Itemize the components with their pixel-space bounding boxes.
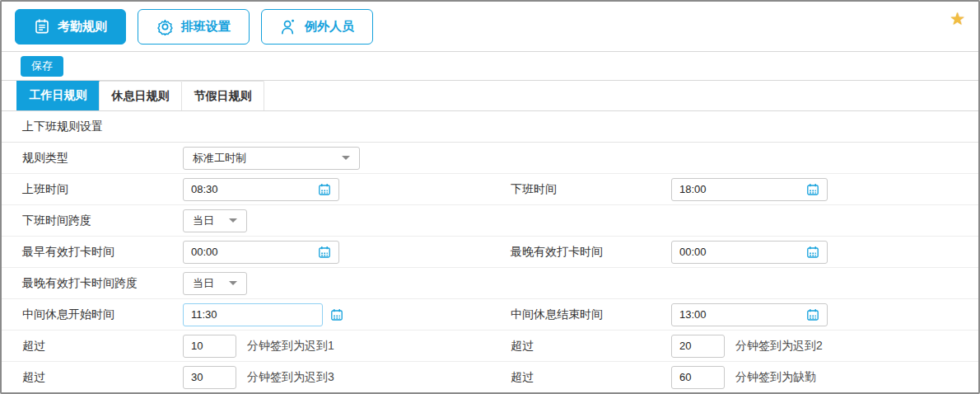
nav-button-label: 考勤规则 (58, 19, 107, 35)
break-start-label: 中间休息开始时间 (22, 307, 183, 322)
calendar-icon[interactable] (330, 308, 343, 321)
form-row-work-time: 上班时间 下班时间 (2, 174, 978, 205)
calendar-icon[interactable] (806, 308, 819, 321)
late2-minutes-input[interactable] (671, 335, 725, 358)
work-end-span-select[interactable]: 当日 (183, 209, 247, 232)
break-start-box (183, 303, 323, 326)
tab-workday-rules[interactable]: 工作日规则 (16, 81, 100, 110)
late1-prefix: 超过 (22, 339, 183, 354)
notepad-icon (34, 18, 50, 35)
tab-restday-rules[interactable]: 休息日规则 (99, 81, 182, 110)
late2-suffix: 分钟签到为迟到2 (735, 339, 823, 354)
work-end-field (671, 178, 828, 201)
work-end-span-label: 下班时间跨度 (22, 213, 183, 228)
rule-tabs: 工作日规则 休息日规则 节假日规则 (2, 81, 978, 111)
break-end-field (671, 303, 828, 326)
latest-checkin-input[interactable] (679, 246, 801, 258)
form-row-work-end-span: 下班时间跨度 当日 (2, 205, 978, 237)
break-end-label: 中间休息结束时间 (511, 307, 671, 322)
work-end-label: 下班时间 (511, 182, 671, 197)
calendar-icon[interactable] (318, 246, 331, 259)
star-icon[interactable]: ★ (950, 10, 965, 27)
work-end-input[interactable] (679, 183, 801, 195)
rule-type-select[interactable]: 标准工时制 (183, 147, 360, 170)
attendance-settings-window: 考勤规则 排班设置 例外人员 ★ 保存 (0, 0, 980, 394)
save-button[interactable]: 保存 (21, 56, 63, 77)
nav-button-label: 例外人员 (305, 19, 354, 35)
earliest-checkin-label: 最早有效打卡时间 (22, 245, 183, 260)
work-start-input[interactable] (191, 183, 313, 195)
work-end-span-value: 当日 (193, 213, 214, 228)
person-icon (280, 18, 297, 35)
dropdown-arrow-icon (229, 281, 237, 285)
nav-button-attendance-rules[interactable]: 考勤规则 (15, 9, 126, 45)
latest-checkin-label: 最晚有效打卡时间 (511, 245, 671, 260)
work-start-field (183, 178, 339, 201)
late3-minutes-input[interactable] (183, 366, 236, 389)
form-row-late3-absent: 超过 分钟签到为迟到3 超过 分钟签到为缺勤 (2, 362, 978, 393)
latest-checkin-span-label: 最晚有效打卡时间跨度 (22, 276, 183, 291)
late1-suffix: 分钟签到为迟到1 (247, 339, 334, 354)
calendar-icon[interactable] (806, 183, 819, 196)
rule-type-label: 规则类型 (22, 151, 183, 166)
dropdown-arrow-icon (342, 156, 350, 160)
latest-checkin-field (671, 241, 828, 264)
form-row-valid-checkin: 最早有效打卡时间 最晚有效打卡时间 (2, 237, 978, 268)
earliest-checkin-input[interactable] (191, 246, 313, 258)
form-row-break-time: 中间休息开始时间 中间休息结束时间 (2, 299, 978, 331)
rule-type-value: 标准工时制 (193, 151, 246, 166)
form-row-latest-checkin-span: 最晚有效打卡时间跨度 当日 (2, 268, 978, 299)
toolbar: 保存 (2, 52, 978, 81)
form-row-rule-type: 规则类型 标准工时制 (2, 143, 978, 174)
nav-button-label: 排班设置 (181, 19, 231, 35)
late2-prefix: 超过 (511, 339, 671, 354)
dropdown-arrow-icon (229, 218, 237, 223)
nav-button-shift-settings[interactable]: 排班设置 (138, 9, 250, 45)
absent-suffix: 分钟签到为缺勤 (735, 370, 816, 385)
absent-prefix: 超过 (511, 370, 671, 385)
gear-icon (156, 18, 174, 35)
break-start-input[interactable] (191, 308, 315, 321)
top-nav-bar: 考勤规则 排班设置 例外人员 ★ (2, 2, 978, 52)
late3-suffix: 分钟签到为迟到3 (247, 370, 334, 385)
section-title: 上下班规则设置 (2, 111, 978, 143)
form-row-late-1-2: 超过 分钟签到为迟到1 超过 分钟签到为迟到2 (2, 331, 978, 362)
late3-prefix: 超过 (22, 370, 183, 385)
absent-minutes-input[interactable] (671, 366, 725, 389)
break-end-input[interactable] (679, 308, 801, 321)
calendar-icon[interactable] (806, 246, 819, 259)
nav-button-exception-staff[interactable]: 例外人员 (261, 9, 373, 45)
latest-checkin-span-value: 当日 (193, 276, 214, 291)
late1-minutes-input[interactable] (183, 335, 236, 358)
earliest-checkin-field (183, 241, 339, 264)
latest-checkin-span-select[interactable]: 当日 (183, 272, 247, 295)
break-start-field (183, 303, 343, 326)
tab-holiday-rules[interactable]: 节假日规则 (181, 81, 264, 110)
calendar-icon[interactable] (318, 183, 331, 196)
work-start-label: 上班时间 (22, 182, 183, 197)
